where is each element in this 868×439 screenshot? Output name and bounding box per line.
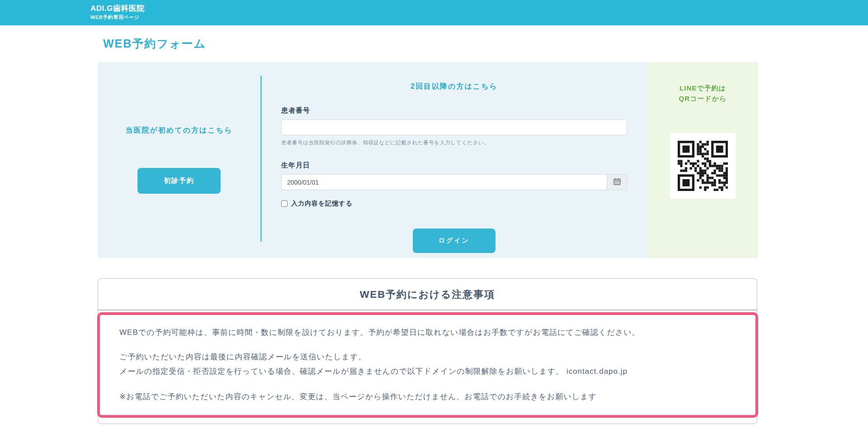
notice-card: WEB予約における注意事項 WEBでの予約可能枠は、事前に時間・数に制限を設けて… xyxy=(98,278,757,424)
app-header: ADI.G歯科医院 WEB予約専用ページ xyxy=(0,0,868,25)
patient-number-help: 患者番号は当医院発行の診察券、領収証などに記載された番号を入力してください。 xyxy=(281,139,627,146)
line-heading-line1: LINEで予約は xyxy=(679,83,727,93)
calendar-icon xyxy=(613,178,621,187)
page-title: WEB予約フォーム xyxy=(103,36,758,51)
header-subtitle: WEB予約専用ページ xyxy=(90,14,868,21)
birthdate-label: 生年月日 xyxy=(281,161,627,170)
remember-label: 入力内容を記憶する xyxy=(291,200,353,208)
patient-number-label: 患者番号 xyxy=(281,106,627,115)
main-content: WEB予約フォーム 当医院が初めての方はこちら 初診予約 2回目以降の方はこちら… xyxy=(98,36,758,424)
first-visit-section: 当医院が初めての方はこちら 初診予約 xyxy=(98,62,260,258)
first-visit-heading: 当医院が初めての方はこちら xyxy=(126,126,233,135)
first-visit-button[interactable]: 初診予約 xyxy=(137,168,221,194)
remember-row: 入力内容を記憶する xyxy=(281,200,627,208)
notice-paragraph: ※お電話でご予約いただいた内容のキャンセル、変更は、当ページから操作いただけませ… xyxy=(119,390,736,404)
patient-number-input[interactable] xyxy=(281,119,627,135)
line-heading-line2: QRコードから xyxy=(679,93,727,104)
clinic-name: ADI.G歯科医院 xyxy=(90,4,868,14)
line-panel: LINEで予約は QRコードから xyxy=(647,62,758,258)
notice-title: WEB予約における注意事項 xyxy=(98,288,757,301)
notice-highlight-box: WEBでの予約可能枠は、事前に時間・数に制限を設けております。予約が希望日に取れ… xyxy=(97,312,758,418)
returning-section: 2回目以降の方はこちら 患者番号 患者番号は当医院発行の診察券、領収証などに記載… xyxy=(262,62,647,258)
calendar-button[interactable] xyxy=(607,174,627,190)
line-heading: LINEで予約は QRコードから xyxy=(679,83,727,104)
notice-paragraph: メールの指定受信・拒否設定を行っている場合、確認メールが届きませんので以下ドメイ… xyxy=(119,364,736,379)
line-qr-code xyxy=(670,133,736,199)
birthdate-row xyxy=(281,174,627,190)
notice-divider xyxy=(98,310,757,310)
reservation-panel: 当医院が初めての方はこちら 初診予約 2回目以降の方はこちら 患者番号 患者番号… xyxy=(98,62,758,258)
birthdate-input[interactable] xyxy=(281,174,607,190)
notice-paragraph: ご予約いただいた内容は最後に内容確認メールを送信いたします。 xyxy=(119,350,736,364)
login-button[interactable]: ログイン xyxy=(413,229,495,253)
remember-checkbox[interactable] xyxy=(281,200,288,207)
notice-paragraph: WEBでの予約可能枠は、事前に時間・数に制限を設けております。予約が希望日に取れ… xyxy=(119,325,736,340)
returning-heading: 2回目以降の方はこちら xyxy=(281,82,627,91)
